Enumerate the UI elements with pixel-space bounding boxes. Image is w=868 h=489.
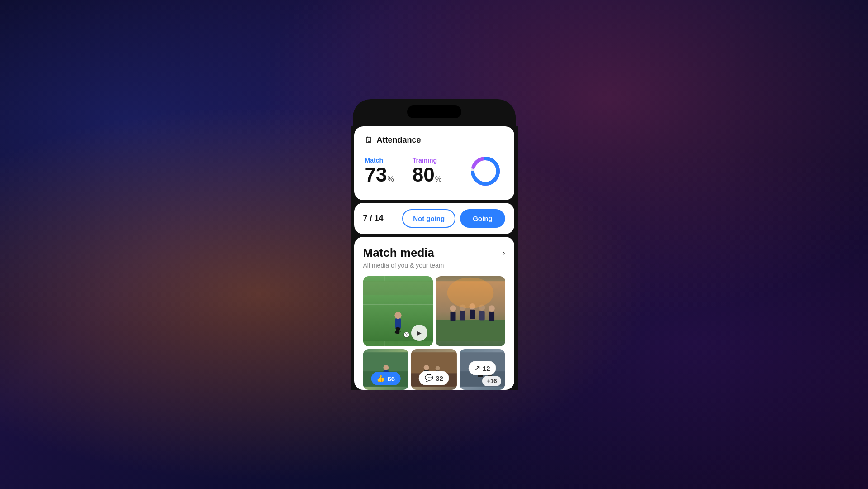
svg-rect-16: [436, 320, 505, 341]
stats-left: Match 73% Training 80%: [365, 157, 441, 186]
play-icon: ▶: [417, 329, 422, 336]
phone-top-bezel: [353, 99, 516, 126]
svg-point-25: [489, 305, 495, 312]
training-stat: Training 80%: [403, 157, 441, 186]
group-scene: [436, 276, 505, 346]
share-icon: ↗: [474, 364, 480, 372]
going-button[interactable]: Going: [460, 209, 505, 228]
svg-rect-14: [363, 281, 433, 295]
donut-chart: [467, 153, 503, 189]
match-media-card: Match media › All media of you & your te…: [354, 237, 514, 390]
training-value: 80%: [413, 164, 441, 186]
attendance-title: Attendance: [377, 135, 421, 145]
training-label: Training: [413, 157, 441, 164]
share-badge: ↗ 12: [469, 361, 496, 375]
media-thumb-sm-3[interactable]: ↗ 12 +16: [460, 349, 505, 390]
media-thumb-group[interactable]: [436, 276, 505, 346]
media-subtitle: All media of you & your team: [363, 262, 505, 269]
attendance-header: 🗓 Attendance: [365, 135, 503, 145]
comment-badge: 💬 32: [419, 371, 449, 385]
svg-rect-7: [395, 318, 401, 329]
svg-rect-18: [450, 312, 455, 321]
rsvp-count: 7 / 14: [363, 214, 384, 223]
svg-point-30: [383, 365, 389, 370]
media-thumb-sm-2[interactable]: 💬 32: [411, 349, 457, 390]
phone-body: 🗓 Attendance Match 73% Training 80%: [351, 126, 518, 390]
comment-icon: 💬: [425, 374, 433, 382]
svg-rect-24: [479, 311, 484, 320]
media-top-grid: ▶: [363, 276, 505, 346]
phone-mockup: 🗓 Attendance Match 73% Training 80%: [346, 99, 522, 390]
svg-point-36: [436, 366, 440, 370]
like-badge: 👍 66: [371, 372, 400, 385]
svg-rect-20: [460, 311, 465, 320]
svg-point-17: [450, 305, 456, 312]
match-value: 73%: [365, 164, 394, 186]
attendance-stats: Match 73% Training 80%: [365, 153, 503, 189]
svg-point-34: [424, 365, 429, 370]
match-stat: Match 73%: [365, 157, 403, 186]
media-header: Match media ›: [363, 246, 505, 260]
svg-rect-26: [489, 312, 494, 321]
media-thumb-video[interactable]: ▶: [363, 276, 433, 346]
svg-point-8: [394, 312, 401, 319]
not-going-button[interactable]: Not going: [402, 209, 455, 228]
media-thumb-sm-1[interactable]: 👍 66: [363, 349, 409, 390]
attendance-card: 🗓 Attendance Match 73% Training 80%: [354, 126, 514, 200]
more-badge: +16: [482, 376, 501, 386]
rsvp-buttons: Not going Going: [402, 209, 505, 228]
match-label: Match: [365, 157, 394, 164]
donut-svg: [467, 153, 503, 189]
svg-point-27: [447, 278, 493, 308]
like-icon: 👍: [376, 374, 385, 383]
chevron-right-icon[interactable]: ›: [503, 248, 505, 258]
rsvp-card: 7 / 14 Not going Going: [354, 203, 514, 234]
play-button-overlay[interactable]: ▶: [411, 325, 427, 341]
media-bottom-grid: 👍 66 💬 32: [363, 349, 505, 390]
calendar-icon: 🗓: [365, 135, 373, 145]
media-title: Match media: [363, 246, 435, 260]
svg-rect-22: [470, 310, 475, 319]
